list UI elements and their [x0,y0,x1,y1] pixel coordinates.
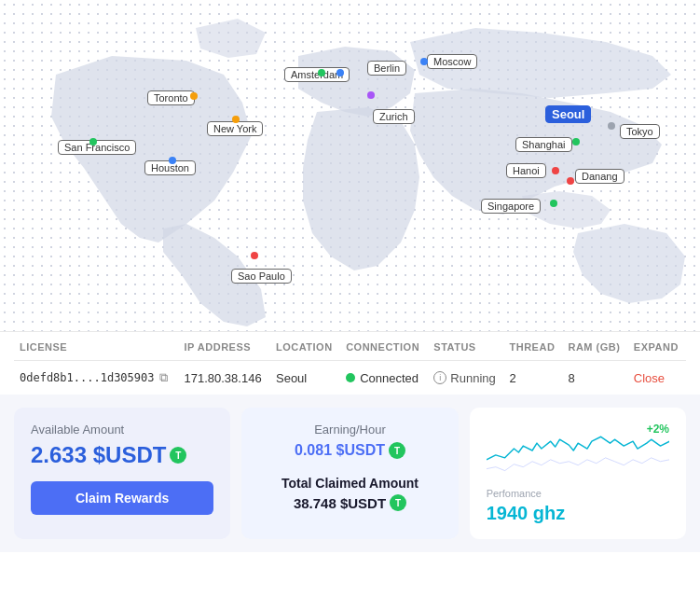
cell-license: 0defd8b1....1d305903 ⧉ [14,361,179,395]
cell-ram: 8 [562,361,627,395]
city-label-san-francisco: San Francisco [58,140,136,155]
col-thread: Thread [504,332,563,361]
col-ip: IP Address [179,332,270,361]
continent-svg [0,0,700,331]
city-label-berlin: Berlin [367,61,406,76]
city-dot-moscow [420,58,428,65]
earning-card: Earning/Hour 0.081 $USDT T Total Claimed… [241,408,458,539]
license-text: 0defd8b1....1d305903 [20,371,155,384]
city-label-toronto: Toronto [147,90,195,105]
city-dot-berlin [336,69,344,76]
cell-expand: Close [628,361,686,395]
claim-rewards-button[interactable]: Claim Rewards [31,481,213,515]
nodes-table: LICENSE IP Address Location Connection S… [14,332,686,395]
city-dot-amsterdam [318,69,325,76]
city-dot-tokyo [608,122,615,130]
usdt-icon-earning: T [389,442,405,459]
city-label-tokyo: Tokyo [620,124,660,139]
available-title: Available Amount [31,423,213,437]
city-label-danang: Danang [575,169,625,184]
performance-label: Perfomance [487,488,669,499]
city-dot-houston [169,157,176,164]
performance-card: Perfomance +2% 1940 ghz [470,408,686,539]
col-connection: Connection [340,332,428,361]
city-label-moscow: Moscow [427,54,477,69]
total-amount-text: 38.748 $USDT [294,495,386,511]
city-dot-hanoi [552,167,559,174]
col-expand: Expand [628,332,686,361]
table-section: LICENSE IP Address Location Connection S… [0,331,700,395]
city-label-hanoi: Hanoi [506,163,546,178]
col-license: LICENSE [14,332,179,361]
available-amount-card: Available Amount 2.633 $USDT T Claim Rew… [14,408,230,539]
earning-amount-text: 0.081 $USDT [295,442,385,459]
close-link[interactable]: Close [634,371,665,385]
city-dot-new-york [232,116,240,123]
performance-value: 1940 ghz [487,503,669,524]
city-dot-toronto [190,92,198,100]
city-dot-sao-paulo [251,252,258,259]
city-label-sao-paulo: Sao Paulo [231,269,292,284]
usdt-icon-available: T [170,447,186,464]
table-body: 0defd8b1....1d305903 ⧉ 171.80.38.146 Seo… [14,361,686,395]
total-claimed-label: Total Claimed Amount [258,476,441,491]
city-dot-danang [567,177,574,185]
city-dot-san-francisco [89,138,97,146]
world-map: San FranciscoTorontoNew YorkHoustonSao P… [0,0,700,331]
city-label-singapore: Singapore [481,199,541,214]
copy-icon[interactable]: ⧉ [159,370,168,385]
col-location: Location [270,332,340,361]
cell-connection: Connected [340,361,428,395]
cell-location: Seoul [270,361,340,395]
table-row: 0defd8b1....1d305903 ⧉ 171.80.38.146 Seo… [14,361,686,395]
total-claimed-amount: 38.748 $USDT T [258,494,441,511]
available-amount: 2.633 $USDT T [31,442,213,468]
earning-title: Earning/Hour [258,423,441,437]
connection-text: Connected [360,371,419,385]
city-label-new-york: New York [207,121,263,136]
usdt-icon-total: T [390,494,406,511]
city-label-zurich: Zurich [373,109,415,124]
earning-amount: 0.081 $USDT T [258,442,441,459]
table-header-row: LICENSE IP Address Location Connection S… [14,332,686,361]
col-status: Status [428,332,503,361]
city-label-shanghai: Shanghai [515,137,572,152]
city-dot-shanghai [572,138,580,146]
status-text: Running [450,371,495,385]
cell-status: i Running [428,361,503,395]
connected-dot [346,373,355,382]
col-ram: Ram (GB) [562,332,627,361]
cards-section: Available Amount 2.633 $USDT T Claim Rew… [0,395,700,552]
performance-badge: +2% [647,423,669,436]
city-dot-singapore [550,200,557,207]
cell-thread: 2 [504,361,563,395]
performance-chart [487,423,669,478]
info-icon: i [433,371,446,384]
city-dot-zurich [367,91,375,99]
available-amount-text: 2.633 $USDT [31,442,166,468]
cell-ip: 171.80.38.146 [179,361,270,395]
city-label-seoul: Seoul [545,105,591,123]
